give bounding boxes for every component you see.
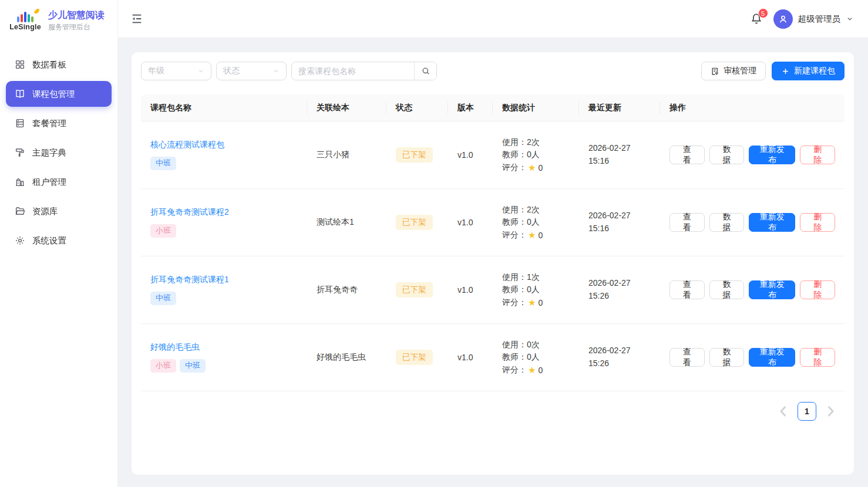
- user-icon: [778, 13, 789, 25]
- usage-label: 使用：: [502, 137, 527, 148]
- paint-roller-icon: [15, 147, 25, 158]
- course-package-link[interactable]: 核心流程测试课程包: [150, 140, 224, 150]
- updated-at: 2026-02-27 15:26: [579, 270, 660, 309]
- course-package-link[interactable]: 折耳兔奇奇测试课程1: [150, 275, 229, 285]
- row-actions: 查看数据重新发布删除: [660, 138, 845, 171]
- sidebar-item-label: 课程包管理: [32, 89, 75, 100]
- updated-time: 15:16: [588, 222, 651, 235]
- page-number[interactable]: 1: [798, 402, 816, 421]
- top-header: 5 超级管理员: [117, 0, 868, 38]
- view-button[interactable]: 查看: [669, 213, 705, 232]
- updated-time: 15:16: [588, 155, 651, 168]
- updated-at: 2026-02-27 15:16: [579, 135, 660, 174]
- republish-button[interactable]: 重新发布: [749, 280, 795, 299]
- view-button[interactable]: 查看: [669, 146, 705, 164]
- status-badge: 已下架: [396, 215, 433, 230]
- republish-button[interactable]: 重新发布: [749, 213, 795, 232]
- plus-icon: [781, 67, 790, 76]
- data-button[interactable]: 数据: [709, 348, 745, 367]
- sidebar-item-dashboard[interactable]: 数据看板: [6, 52, 112, 77]
- table-row: 折耳兔奇奇测试课程2 小班 测试绘本1 已下架 v1.0 使用：2次 教师：0人…: [141, 189, 845, 256]
- grade-tags: 中班: [150, 157, 298, 170]
- teacher-value: 0人: [527, 150, 540, 160]
- sidebar-item-resource[interactable]: 资源库: [6, 198, 112, 224]
- grade-select[interactable]: 年级: [141, 62, 211, 80]
- status-badge: 已下架: [396, 350, 433, 365]
- package-list-icon: [15, 118, 25, 128]
- toolbar: 年级 状态 审核管理: [141, 62, 845, 80]
- sidebar-item-theme-dict[interactable]: 主题字典: [6, 140, 112, 165]
- column-header: 版本: [448, 94, 493, 121]
- republish-button[interactable]: 重新发布: [749, 348, 795, 367]
- delete-button[interactable]: 删除: [800, 280, 835, 299]
- row-actions: 查看数据重新发布删除: [660, 273, 845, 306]
- open-book-icon: [15, 89, 25, 99]
- grade-tags: 小班中班: [150, 359, 298, 373]
- teacher-value: 0人: [527, 217, 540, 228]
- data-button[interactable]: 数据: [709, 213, 745, 232]
- sidebar-item-tenant[interactable]: 租户管理: [6, 169, 112, 195]
- related-book: 折耳兔奇奇: [307, 278, 386, 302]
- stats-cell: 使用：2次 教师：0人 评分：★0: [493, 128, 579, 182]
- table-row: 好饿的毛毛虫 小班中班 好饿的毛毛虫 已下架 v1.0 使用：0次 教师：0人 …: [141, 324, 845, 391]
- rating-label: 评分：: [502, 365, 527, 376]
- delete-button[interactable]: 删除: [800, 146, 835, 164]
- republish-button[interactable]: 重新发布: [749, 146, 795, 164]
- user-menu[interactable]: 超级管理员: [773, 9, 854, 29]
- sidebar-item-label: 套餐管理: [32, 118, 66, 129]
- dashboard-icon: [15, 59, 25, 70]
- notification-bell[interactable]: 5: [750, 12, 763, 25]
- usage-value: 1次: [527, 272, 540, 283]
- table-header: 课程包名称关联绘本状态版本数据统计最近更新操作: [141, 94, 845, 121]
- search-button[interactable]: [414, 62, 436, 80]
- sidebar-item-course-package[interactable]: 课程包管理: [6, 81, 112, 107]
- rating-value: 0: [538, 298, 543, 307]
- updated-at: 2026-02-27 15:26: [579, 337, 660, 377]
- folder-icon: [15, 206, 25, 217]
- course-package-table: 课程包名称关联绘本状态版本数据统计最近更新操作 核心流程测试课程包 中班 三只小…: [141, 94, 845, 391]
- table-body: 核心流程测试课程包 中班 三只小猪 已下架 v1.0 使用：2次 教师：0人 评…: [141, 121, 845, 391]
- related-book: 三只小猪: [307, 143, 386, 167]
- sidebar-item-plan[interactable]: 套餐管理: [6, 110, 112, 136]
- course-package-link[interactable]: 折耳兔奇奇测试课程2: [150, 207, 229, 218]
- menu-fold-icon[interactable]: [130, 12, 143, 25]
- grade-tag: 中班: [150, 157, 176, 170]
- search-box: [291, 62, 437, 80]
- teacher-label: 教师：: [502, 352, 527, 363]
- logo-spark-icon: [33, 8, 40, 15]
- grade-select-value: 年级: [148, 66, 164, 76]
- delete-button[interactable]: 删除: [800, 348, 835, 367]
- course-package-link[interactable]: 好饿的毛毛虫: [150, 342, 200, 353]
- view-button[interactable]: 查看: [669, 348, 705, 367]
- column-header: 数据统计: [493, 94, 579, 121]
- sidebar-item-settings[interactable]: 系统设置: [6, 228, 112, 253]
- table-row: 核心流程测试课程包 中班 三只小猪 已下架 v1.0 使用：2次 教师：0人 评…: [141, 121, 845, 189]
- updated-date: 2026-02-27: [588, 209, 651, 222]
- avatar: [773, 9, 793, 29]
- version: v1.0: [448, 346, 493, 369]
- data-button[interactable]: 数据: [709, 280, 745, 299]
- grade-tag: 小班: [150, 224, 176, 238]
- next-page-icon[interactable]: [821, 402, 840, 421]
- data-button[interactable]: 数据: [709, 146, 745, 164]
- updated-time: 15:26: [588, 290, 651, 303]
- status-select-value: 状态: [223, 66, 240, 76]
- gear-icon: [15, 235, 25, 246]
- sidebar-item-label: 资源库: [32, 206, 58, 217]
- search-input[interactable]: [292, 62, 414, 80]
- view-button[interactable]: 查看: [669, 280, 705, 299]
- teacher-label: 教师：: [502, 217, 527, 228]
- table-row: 折耳兔奇奇测试课程1 中班 折耳兔奇奇 已下架 v1.0 使用：1次 教师：0人…: [141, 256, 845, 324]
- rating-label: 评分：: [502, 163, 527, 173]
- row-actions: 查看数据重新发布删除: [660, 341, 845, 374]
- usage-value: 2次: [527, 137, 540, 148]
- prev-page-icon[interactable]: [774, 402, 793, 421]
- audit-manage-button[interactable]: 审核管理: [701, 62, 766, 80]
- brand-title: 少儿智慧阅读: [48, 9, 105, 21]
- create-package-button[interactable]: 新建课程包: [772, 62, 845, 80]
- status-select[interactable]: 状态: [216, 62, 287, 80]
- version: v1.0: [448, 143, 493, 167]
- chevron-down-icon: [272, 67, 280, 75]
- delete-button[interactable]: 删除: [800, 213, 835, 232]
- column-header: 课程包名称: [141, 94, 307, 121]
